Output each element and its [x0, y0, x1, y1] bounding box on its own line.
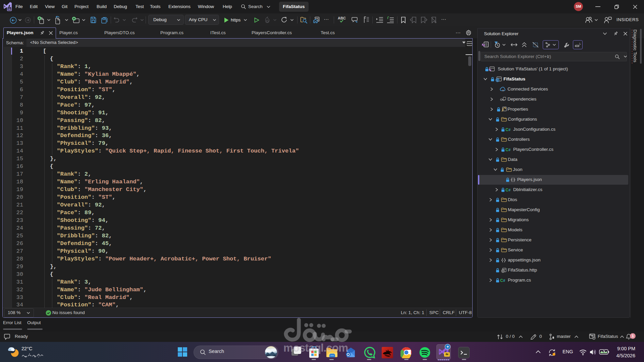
svg-text:#: #: [503, 279, 505, 283]
svg-text:#: #: [508, 128, 511, 132]
svg-text:C: C: [500, 278, 503, 283]
svg-text:C: C: [505, 188, 508, 192]
svg-text:C: C: [505, 147, 508, 152]
svg-text:C: C: [505, 127, 508, 132]
svg-text:O: O: [346, 352, 350, 357]
svg-text:IN: IN: [8, 8, 11, 11]
svg-text:#: #: [508, 188, 511, 192]
svg-text:#: #: [508, 148, 511, 152]
svg-text:ABC: ABC: [338, 16, 346, 20]
